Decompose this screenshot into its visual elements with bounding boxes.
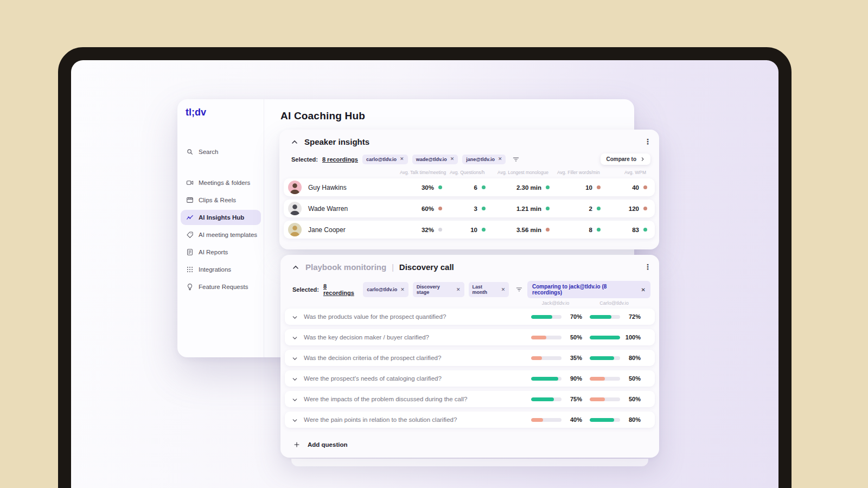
- close-icon[interactable]: ✕: [501, 287, 506, 292]
- chevron-down-icon[interactable]: [291, 355, 298, 362]
- chevron-down-icon[interactable]: [291, 334, 298, 341]
- sidebar-item-ai-meeting-templates[interactable]: AI meeting templates: [181, 227, 261, 242]
- collapse-chevron-up-icon[interactable]: [291, 263, 300, 272]
- comparing-chip[interactable]: Comparing to jack@tldv.io (8 recordings)…: [527, 281, 650, 298]
- progress-track: [531, 397, 561, 401]
- filter-chip[interactable]: jane@tldv.io✕: [462, 155, 506, 164]
- chevron-down-icon[interactable]: [291, 375, 298, 382]
- close-icon[interactable]: ✕: [456, 287, 461, 292]
- add-question-button[interactable]: Add question: [288, 438, 353, 451]
- filter-chip[interactable]: Last month✕: [469, 282, 509, 297]
- screen: tl;dv Search Meetings & foldersClips & R…: [71, 60, 778, 488]
- kebab-menu-icon[interactable]: ⋮: [644, 266, 650, 268]
- metric-cell: 3: [450, 206, 493, 212]
- speaker-table: Guy Hawkins30%62.30 min1040Wade Warren60…: [284, 178, 655, 239]
- progress-fill: [531, 397, 554, 401]
- table-row[interactable]: Wade Warren60%31.21 min2120: [284, 200, 655, 217]
- table-row[interactable]: Guy Hawkins30%62.30 min1040: [284, 178, 655, 196]
- metric-cell: 32%: [400, 227, 450, 233]
- sidebar-item-label: Integrations: [199, 266, 231, 273]
- filter-icon[interactable]: [515, 286, 523, 293]
- metric-value: 10: [470, 227, 477, 233]
- table-column-header: Avg. Talk time/meeting: [400, 170, 450, 175]
- sidebar-item-label: Meetings & folders: [199, 179, 250, 186]
- filter-chip[interactable]: Discovery stage✕: [413, 282, 464, 297]
- metric-value: 10: [585, 184, 592, 191]
- comparing-chip-label: Comparing to jack@tldv.io (8 recordings): [532, 284, 637, 296]
- progress-percent: 35%: [565, 355, 582, 361]
- grid-dots-icon: [186, 266, 194, 273]
- selected-label: Selected:: [291, 156, 318, 163]
- metric-cell: 8: [557, 227, 608, 233]
- progress-percent: 90%: [565, 375, 582, 382]
- playbook-card: Playbook monitoring | Discovery call ⋮ S…: [280, 255, 659, 458]
- progress-track: [531, 377, 561, 381]
- filter-chip[interactable]: carlo@tldv.io✕: [362, 155, 408, 164]
- sidebar-item-ai-insights-hub[interactable]: AI Insights Hub: [181, 210, 261, 225]
- filter-icon[interactable]: [512, 156, 520, 163]
- table-column-header: Avg. Longest monologue: [493, 170, 557, 175]
- progress-track: [590, 315, 620, 319]
- question-row[interactable]: Were the pain points in relation to the …: [285, 412, 655, 428]
- progress-percent: 80%: [623, 416, 641, 423]
- question-text: Was the key decision maker / buyer clari…: [304, 334, 531, 341]
- compare-to-label: Compare to: [606, 156, 636, 162]
- search-label: Search: [199, 149, 218, 155]
- filter-chip[interactable]: wade@tldv.io✕: [412, 155, 458, 164]
- sidebar-nav: Meetings & foldersClips & ReelsAI Insigh…: [181, 175, 261, 294]
- progress-group-jack: 90%: [531, 375, 582, 382]
- metric-cell: 120: [608, 206, 655, 212]
- progress-fill: [531, 356, 542, 360]
- kebab-menu-icon[interactable]: ⋮: [644, 140, 650, 143]
- close-icon[interactable]: ✕: [400, 157, 404, 162]
- column-label-jack: Jack@tldv.io: [526, 300, 585, 306]
- progress-fill: [590, 377, 605, 381]
- progress-track: [531, 356, 561, 360]
- speaker-table-headers: Avg. Talk time/meetingAvg. Questions/hAv…: [284, 169, 655, 176]
- sidebar-item-ai-reports[interactable]: AI Reports: [181, 245, 261, 260]
- progress-group-carlo: 50%: [590, 375, 641, 382]
- question-text: Were the pain points in relation to the …: [304, 416, 531, 423]
- selected-count-link[interactable]: 8 recordings: [323, 283, 359, 296]
- question-row[interactable]: Was the key decision maker / buyer clari…: [285, 329, 655, 345]
- sidebar-item-feature-requests[interactable]: Feature Requests: [181, 279, 261, 294]
- chevron-down-icon[interactable]: [291, 396, 298, 403]
- sidebar-item-meetings-folders[interactable]: Meetings & folders: [181, 175, 261, 190]
- table-row[interactable]: Jane Cooper32%103.56 min883: [284, 221, 655, 239]
- question-row[interactable]: Was the decision criteria of the prospec…: [285, 350, 655, 366]
- status-dot-green: [438, 185, 442, 189]
- selected-label: Selected:: [292, 286, 319, 293]
- sidebar-search[interactable]: Search: [181, 145, 260, 159]
- progress-track: [531, 418, 561, 422]
- progress-group-carlo: 72%: [590, 313, 641, 320]
- avatar: [288, 223, 302, 236]
- status-dot-green: [597, 228, 601, 232]
- selected-count-link[interactable]: 8 recordings: [322, 156, 358, 163]
- filter-chip[interactable]: carlo@tldv.io✕: [363, 282, 409, 297]
- metric-value: 32%: [422, 227, 434, 233]
- chevron-down-icon[interactable]: [291, 313, 298, 320]
- progress-track: [590, 418, 620, 422]
- sidebar-item-clips-reels[interactable]: Clips & Reels: [181, 192, 261, 208]
- filter-chip-label: jane@tldv.io: [466, 157, 495, 162]
- speaker-filter-row: Selected: 8 recordings carlo@tldv.io✕wad…: [291, 153, 650, 165]
- close-icon[interactable]: ✕: [450, 157, 455, 162]
- page-title: AI Coaching Hub: [280, 110, 365, 122]
- question-row[interactable]: Was the products value for the prospect …: [285, 309, 655, 325]
- question-row[interactable]: Were the prospect's needs of cataloging …: [285, 370, 655, 387]
- close-icon[interactable]: ✕: [641, 287, 646, 293]
- metric-cell: 10: [450, 227, 493, 233]
- question-row[interactable]: Were the impacts of the problem discusse…: [285, 391, 655, 407]
- sidebar-item-integrations[interactable]: Integrations: [181, 262, 261, 277]
- close-icon[interactable]: ✕: [498, 157, 502, 162]
- progress-percent: 72%: [623, 313, 641, 320]
- progress-percent: 50%: [623, 396, 641, 402]
- avatar: [288, 181, 302, 194]
- lightbulb-icon: [186, 283, 194, 291]
- collapse-chevron-up-icon[interactable]: [290, 138, 299, 146]
- metric-value: 1.21 min: [516, 206, 541, 212]
- compare-to-button[interactable]: Compare to: [601, 153, 650, 165]
- chevron-down-icon[interactable]: [291, 416, 298, 423]
- status-dot-green: [597, 207, 601, 210]
- close-icon[interactable]: ✕: [400, 287, 405, 292]
